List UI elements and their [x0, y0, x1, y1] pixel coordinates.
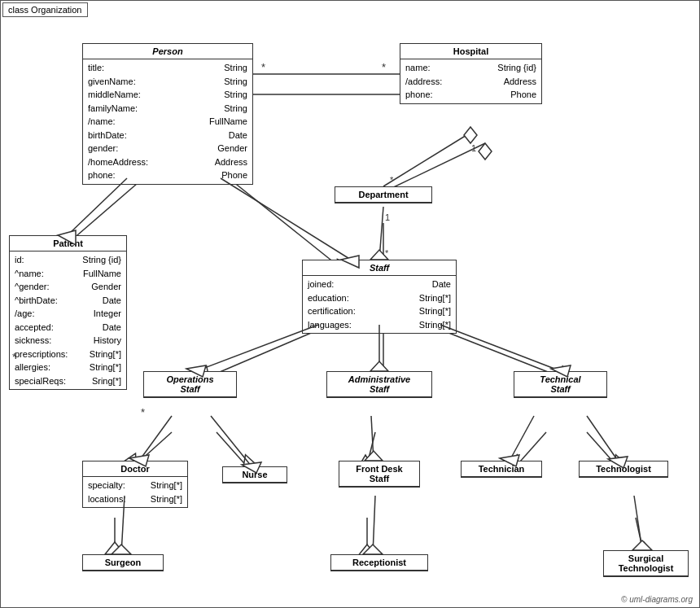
class-surgical-technologist: SurgicalTechnologist [603, 550, 689, 577]
svg-text:*: * [385, 248, 389, 258]
class-operations-staff-header: OperationsStaff [144, 372, 236, 397]
svg-line-48 [196, 325, 318, 371]
svg-marker-39 [464, 127, 477, 143]
copyright: © uml-diagrams.org [621, 595, 693, 604]
class-front-desk-staff-header: Front DeskStaff [339, 461, 419, 487]
class-nurse-header: Nurse [223, 467, 287, 483]
class-technologist-header: Technologist [580, 461, 667, 477]
svg-line-36 [221, 178, 351, 260]
svg-line-19 [367, 432, 375, 465]
class-administrative-staff-header: AdministrativeStaff [327, 372, 431, 397]
svg-text:*: * [141, 406, 145, 418]
svg-line-60 [510, 416, 534, 461]
class-person: Person title:String givenName:String mid… [82, 43, 253, 185]
class-technologist: Technologist [579, 461, 668, 478]
class-surgical-technologist-header: SurgicalTechnologist [604, 551, 688, 576]
class-doctor: Doctor specialty:String[*] locations:Str… [82, 461, 188, 508]
svg-text:1: 1 [385, 212, 390, 222]
class-technician-header: Technician [462, 461, 541, 477]
svg-marker-26 [105, 542, 125, 554]
svg-marker-69 [632, 540, 652, 550]
svg-line-58 [371, 416, 374, 461]
svg-text:*: * [261, 61, 265, 73]
class-patient-body: id:String {id} ^name:FullName ^gender:Ge… [10, 252, 126, 389]
class-doctor-header: Doctor [83, 461, 187, 477]
class-receptionist-header: Receptionist [331, 555, 427, 571]
svg-line-62 [587, 416, 618, 461]
class-front-desk-staff: Front DeskStaff [339, 461, 420, 488]
class-department: Department [335, 186, 432, 203]
svg-text:*: * [382, 61, 386, 73]
class-patient: Patient id:String {id} ^name:FullName ^g… [9, 235, 127, 390]
svg-line-0 [383, 143, 485, 192]
svg-line-38 [383, 133, 470, 186]
class-receptionist: Receptionist [330, 554, 428, 571]
svg-line-6 [229, 178, 343, 269]
class-administrative-staff: AdministrativeStaff [326, 371, 432, 398]
diagram-title: class Organization [2, 2, 88, 17]
class-surgeon-header: Surgeon [83, 555, 163, 571]
svg-line-66 [373, 496, 375, 554]
class-nurse: Nurse [222, 466, 287, 483]
svg-marker-67 [363, 545, 383, 554]
class-department-header: Department [335, 187, 431, 203]
svg-line-17 [217, 432, 249, 469]
class-doctor-body: specialty:String[*] locations:String[*] [83, 477, 187, 507]
class-person-body: title:String givenName:String middleName… [83, 59, 252, 184]
svg-marker-65 [112, 545, 131, 554]
svg-line-34 [68, 178, 127, 235]
svg-line-29 [636, 518, 644, 554]
svg-line-54 [139, 416, 172, 461]
svg-marker-59 [365, 451, 383, 461]
class-hospital-body: name:String {id} /address:Address phone:… [400, 59, 541, 103]
class-technical-staff: TechnicalStaff [514, 371, 607, 398]
svg-marker-1 [479, 143, 492, 160]
class-staff-header: Staff [303, 260, 456, 276]
class-surgeon: Surgeon [82, 554, 164, 571]
class-operations-staff: OperationsStaff [143, 371, 237, 398]
svg-line-52 [440, 325, 561, 371]
svg-line-42 [379, 207, 383, 260]
class-hospital-header: Hospital [400, 44, 541, 59]
svg-text:1: 1 [471, 143, 476, 153]
svg-line-68 [634, 496, 642, 550]
class-patient-header: Patient [10, 236, 126, 252]
svg-text:*: * [390, 175, 394, 185]
class-person-header: Person [83, 44, 252, 59]
uml-diagram: class Organization [0, 0, 700, 608]
class-technician: Technician [461, 461, 542, 478]
svg-marker-51 [370, 361, 388, 371]
class-technical-staff-header: TechnicalStaff [514, 372, 606, 397]
svg-line-56 [211, 416, 252, 466]
svg-marker-43 [370, 250, 388, 260]
class-hospital: Hospital name:String {id} /address:Addre… [400, 43, 542, 104]
class-staff-body: joined:Date education:String[*] certific… [303, 276, 456, 333]
class-staff: Staff joined:Date education:String[*] ce… [302, 260, 457, 334]
